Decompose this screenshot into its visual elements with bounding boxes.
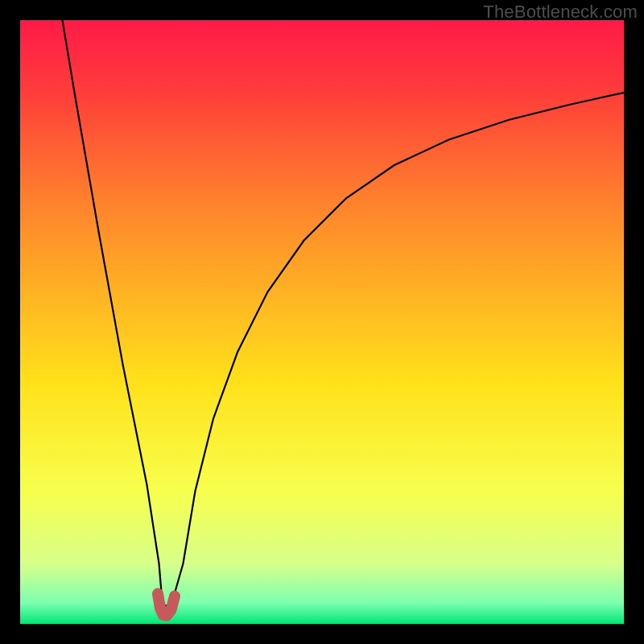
gradient-background [20,20,624,624]
chart-frame: TheBottleneck.com [0,0,644,644]
chart-plot-area [20,20,624,624]
watermark-text: TheBottleneck.com [483,2,638,23]
chart-svg [20,20,624,624]
